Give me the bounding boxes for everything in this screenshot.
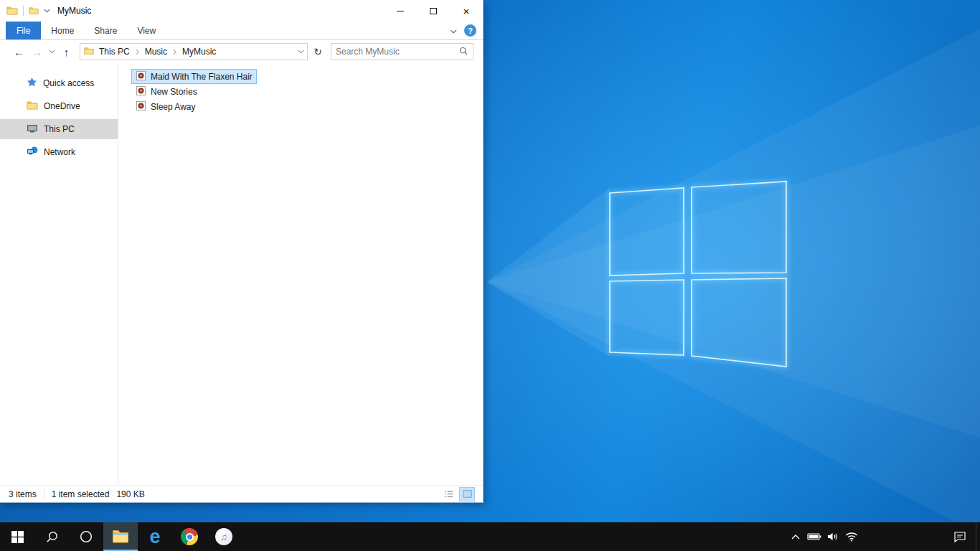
sidebar-item-network[interactable]: Network [0,142,118,162]
network-icon [27,146,38,159]
music-file-icon [136,85,146,98]
window-title: MyMusic [57,6,91,16]
cortana-circle-icon [79,529,93,544]
status-selected-size: 190 KB [116,489,144,499]
close-button[interactable]: × [450,0,483,22]
back-button[interactable]: ← [10,43,28,60]
tab-share[interactable]: Share [84,22,127,39]
quick-access-toolbar [0,5,50,17]
file-name: Maid With The Flaxen Hair [151,72,253,82]
sidebar-item-label: This PC [44,124,75,134]
show-desktop-button[interactable] [976,522,980,551]
tab-view[interactable]: View [127,22,166,39]
start-button[interactable] [0,522,34,551]
ribbon-tab-strip: File Home Share View ? [0,22,483,40]
breadcrumb-separator-icon[interactable] [172,49,177,55]
window-folder-icon [6,5,18,17]
battery-icon[interactable] [805,522,824,551]
large-icons-view-button[interactable] [460,488,474,501]
expand-ribbon-chevron-icon[interactable] [450,26,457,36]
search-icon [45,530,59,544]
search-icon[interactable] [458,46,468,58]
windows-logo-icon [11,531,24,543]
onedrive-folder-icon [27,100,38,113]
help-icon[interactable]: ? [464,24,476,37]
address-toolbar: ← → ↑ This PC Music MyMusic [0,40,483,63]
cortana-button[interactable] [69,522,103,551]
volume-icon[interactable] [824,522,842,551]
address-dropdown-chevron-icon[interactable] [294,44,307,60]
music-file-icon [136,100,146,113]
maximize-icon [430,8,437,14]
hidden-icons-chevron-icon[interactable] [786,522,805,551]
recent-locations-chevron-icon[interactable] [46,50,57,54]
search-box [331,43,473,60]
qat-divider [23,6,24,16]
qat-folder-button[interactable] [29,6,39,16]
edge-icon: e [149,527,160,547]
sidebar-item-label: Quick access [43,78,94,88]
qat-customize-chevron-icon[interactable] [44,9,50,13]
ribbon-right-controls: ? [450,22,483,39]
file-row[interactable]: Sleep Away [131,99,200,114]
breadcrumb-separator-icon[interactable] [135,49,140,55]
file-explorer-window: MyMusic × File Home Share View ? ← → [0,0,484,503]
file-row[interactable]: Maid With The Flaxen Hair [131,69,257,84]
sidebar-item-onedrive[interactable]: OneDrive [0,96,118,116]
tab-home[interactable]: Home [41,22,84,39]
breadcrumb-music[interactable]: Music [140,44,172,60]
minimize-icon [397,11,404,11]
maximize-button[interactable] [417,0,450,22]
action-center-icon[interactable] [944,522,976,551]
minimize-button[interactable] [384,0,417,22]
desktop[interactable]: MyMusic × File Home Share View ? ← → [0,0,980,551]
itunes-icon: ♫ [215,528,232,545]
taskbar-edge-button[interactable]: e [138,522,172,551]
refresh-button[interactable]: ↻ [309,43,326,60]
breadcrumb-mymusic[interactable]: MyMusic [177,44,221,60]
caption-buttons: × [384,0,483,22]
sidebar-item-quick-access[interactable]: Quick access [0,73,118,93]
taskbar: e ♫ [0,522,980,551]
status-selected-count: 1 item selected [52,489,110,499]
chrome-icon-inner-ring [186,533,194,541]
view-toggles [441,488,474,501]
sidebar-item-this-pc[interactable]: This PC [0,119,118,139]
sidebar-item-label: OneDrive [44,101,80,111]
address-bar[interactable]: This PC Music MyMusic [80,43,308,60]
file-list[interactable]: Maid With The Flaxen Hair New Stories Sl… [118,63,483,485]
taskbar-file-explorer-button[interactable] [103,522,138,551]
title-bar[interactable]: MyMusic × [0,0,483,22]
system-tray [786,522,980,551]
up-button[interactable]: ↑ [57,43,75,60]
window-body: Quick access OneDrive This PC [0,63,483,485]
taskbar-itunes-button[interactable]: ♫ [207,522,241,551]
search-input[interactable] [336,47,458,57]
chrome-icon-center-dot [187,534,192,540]
forward-button[interactable]: → [28,43,46,60]
taskbar-chrome-button[interactable] [172,522,207,551]
status-separator [44,489,44,499]
breadcrumb-this-pc[interactable]: This PC [94,44,135,60]
navigation-pane: Quick access OneDrive This PC [0,63,118,485]
chrome-icon [181,528,198,545]
file-row[interactable]: New Stories [131,84,202,99]
file-explorer-icon [112,527,129,545]
music-file-icon [136,70,146,83]
address-folder-icon [84,46,94,58]
details-view-button[interactable] [441,488,456,501]
status-bar: 3 items 1 item selected 190 KB [0,485,483,502]
star-icon [27,77,37,90]
close-icon: × [463,6,470,17]
network-wifi-icon[interactable] [842,522,861,551]
file-name: New Stories [151,87,197,97]
computer-icon [27,123,38,136]
status-item-count: 3 items [9,489,37,499]
tab-file[interactable]: File [6,22,41,39]
taskbar-search-button[interactable] [34,522,69,551]
file-name: Sleep Away [151,102,196,112]
sidebar-item-label: Network [44,147,75,157]
